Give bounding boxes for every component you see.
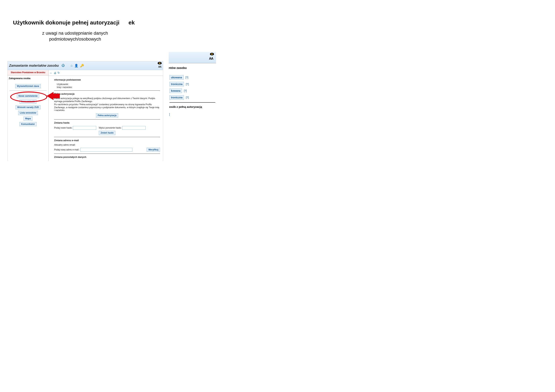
option-b[interactable]: troniczna [169,82,184,86]
screenshot-fragment: AA ntów zasobu ukowana [?] troniczna [?]… [169,52,216,148]
slide-subtitle: z uwagi na udostępnianie danych podmioto… [31,30,119,42]
full-auth-desc2: Po naciśnieciu przycisku "Pełna autoryza… [54,103,160,112]
home-icon[interactable]: ⌂ [71,64,73,67]
svg-point-5 [212,54,212,54]
menu-other-requests[interactable]: Inne wnioski [20,100,36,104]
menu-zud[interactable]: Wnioski narady ZUD [15,105,41,109]
office-name: Starostwo Powiatowe w Brzesku [7,70,48,75]
key-icon[interactable]: 🔑 [80,64,84,68]
divider [54,90,160,91]
change-password-header: Zmiana hasła [54,121,160,124]
divider [54,137,160,137]
full-auth-desc1: Pełna autoryzacja polega na weryfikacji … [54,97,160,103]
print-icon[interactable]: 🖨 [54,71,56,74]
verify-email-button[interactable]: Weryfikuj [147,148,160,152]
fragment-header: AA [169,52,216,63]
help-link[interactable]: [?] [186,96,189,99]
new-password-label: Podaj nowe hasło: [54,127,72,129]
slide-sub-line2: podmiotowych/osobowych [49,36,101,42]
slide-sub-line1: z uwagi na udostępnianie danych [42,31,108,36]
divider [169,102,215,103]
new-email-input[interactable] [80,148,132,151]
app-header: Zamawianie materiałów zasobu ⏻ ⌂ 👤 🔑 AA [7,61,163,70]
refresh-icon[interactable]: ↻ [58,71,60,74]
current-email-label: Aktualny adres email: [54,143,160,146]
menu-new-order[interactable]: Nowe zamówienie [17,94,39,98]
view-change-data-button[interactable]: Wyświetl/zmień dane [15,84,41,88]
divider [54,154,160,154]
divider [54,119,160,120]
back-icon[interactable]: ← [50,71,52,74]
full-auth-header: Pełna autoryzacja [54,93,160,95]
name-label: Imię i nazwisko: [57,86,160,89]
help-link[interactable]: [?] [184,89,187,92]
accessibility-controls: AA [157,62,162,68]
slide-title-fragment: ek [129,20,135,26]
new-password-input[interactable] [73,126,96,130]
sidebar: Starostwo Powiatowe w Brzesku Zalogowana… [7,70,49,161]
basic-info-header: nformacje podstawowe [54,78,160,81]
slide-title-main: Użytkownik dokonuje pełnej autoryzacji [13,20,119,26]
font-size-toggle[interactable]: AA [157,65,162,68]
svg-point-2 [159,63,160,63]
power-icon[interactable]: ⏻ [62,64,65,67]
screenshot-main: Zamawianie materiałów zasobu ⏻ ⌂ 👤 🔑 AA … [7,61,163,161]
fragment-subheader: osób z pełną autoryzacją [169,105,215,108]
fragment-bracket: ] [169,113,215,116]
content-toolbar: ← 🖨 ↻ [49,70,163,76]
user-icon[interactable]: 👤 [74,64,78,68]
repeat-password-input[interactable] [122,126,146,130]
new-email-label: Podaj nowy adres e-mail: [54,148,79,151]
option-d[interactable]: troniczna [169,95,184,100]
option-a[interactable]: ukowana [169,75,183,80]
fragment-list: ntów zasobu ukowana [?] troniczna [?] ko… [169,63,216,116]
font-size-toggle[interactable]: AA [209,57,213,61]
full-auth-button[interactable]: Pełna autoryzacja [96,113,118,117]
slide-title: Użytkownik dokonuje pełnej autoryzacji e… [13,20,135,26]
change-other-header: Zmiana pozostałych danych [54,156,160,158]
help-link[interactable]: [?] [185,76,188,79]
change-email-header: Zmiana adresu e-mail [54,139,160,142]
menu-comm[interactable]: Komunikator [20,122,37,126]
menu-list[interactable]: Lista wniosków [18,111,38,115]
change-password-button[interactable]: Zmień hasło [99,131,115,135]
option-c[interactable]: kowana [169,89,182,93]
fragment-headline: ntów zasobu [169,66,215,70]
help-link[interactable]: [?] [186,83,189,86]
eye-icon[interactable] [157,62,162,65]
app-title: Zamawianie materiałów zasobu [9,64,59,68]
main-content: ← 🖨 ↻ nformacje podstawowe Użytkownik: I… [49,70,163,161]
eye-icon[interactable] [210,53,214,56]
sidebar-separator [9,90,47,91]
logged-user-label: Zalogowana osoba [7,75,48,80]
user-label: Użytkownik: [57,83,160,86]
menu-map[interactable]: Mapa [23,116,33,121]
repeat-password-label: Wpisz ponownie hasło: [99,127,122,129]
